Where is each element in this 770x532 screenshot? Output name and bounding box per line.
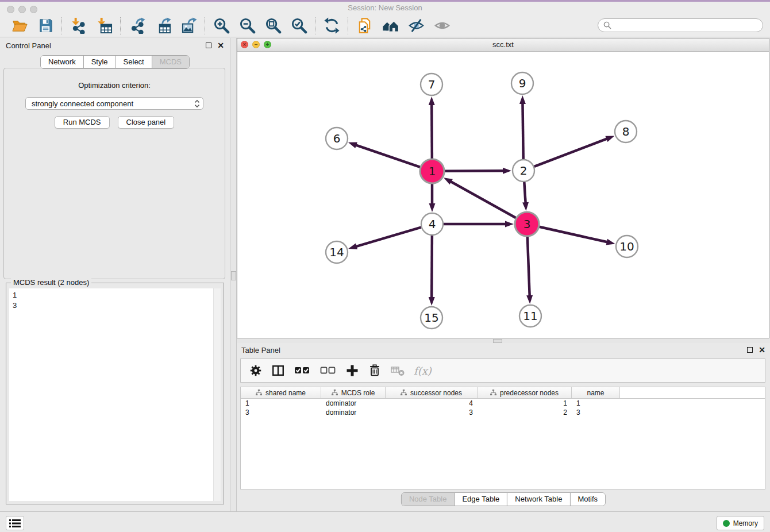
zoom-window-icon[interactable]: [30, 6, 37, 13]
graph-edge-2-3[interactable]: [524, 182, 525, 203]
table-cell[interactable]: 3: [386, 408, 478, 417]
graph-edge-1-7[interactable]: [432, 104, 432, 159]
graph-edge-3-1[interactable]: [450, 182, 515, 218]
settings-icon[interactable]: [249, 363, 263, 378]
graph-node-14[interactable]: 14: [326, 241, 348, 263]
zoom-in-icon[interactable]: [213, 17, 230, 34]
svg-text:6: 6: [333, 132, 341, 145]
float-panel-icon[interactable]: [206, 43, 211, 48]
table-tab-edge-table[interactable]: Edge Table: [454, 493, 507, 506]
toolbar-group: [348, 17, 458, 34]
import-network-icon[interactable]: [70, 17, 87, 34]
mcds-result-scrollbar[interactable]: [213, 288, 221, 501]
close-table-panel-icon[interactable]: ✕: [759, 347, 765, 353]
tab-mcds[interactable]: MCDS: [152, 56, 189, 68]
graph-edge-3-10[interactable]: [539, 227, 607, 242]
deselect-all-icon[interactable]: [319, 363, 337, 378]
zoom-selected-icon[interactable]: [290, 17, 307, 34]
delete-column-icon[interactable]: [368, 363, 382, 378]
svg-text:8: 8: [622, 125, 630, 138]
table-tab-node-table[interactable]: Node Table: [402, 493, 455, 506]
graph-edge-3-11[interactable]: [528, 237, 530, 296]
add-column-icon[interactable]: [345, 363, 359, 378]
tab-style[interactable]: Style: [83, 56, 116, 68]
network-minimize-icon[interactable]: –: [252, 41, 260, 48]
column-header-predecessor-nodes[interactable]: predecessor nodes: [478, 387, 572, 398]
show-panel-icon[interactable]: [433, 17, 451, 34]
vertical-splitter-handle[interactable]: [231, 271, 236, 280]
graph-node-3[interactable]: 3: [515, 212, 539, 236]
network-canvas[interactable]: 7968124314101511: [237, 52, 769, 338]
horizontal-splitter-handle[interactable]: [493, 339, 502, 343]
clone-network-icon[interactable]: [356, 17, 373, 34]
graph-edge-2-8[interactable]: [534, 138, 608, 167]
table-cell[interactable]: 2: [478, 408, 572, 417]
column-header-MCDS-role[interactable]: MCDS role: [321, 387, 386, 398]
graph-edge-1-2[interactable]: [445, 171, 504, 171]
task-history-button[interactable]: [6, 516, 24, 530]
network-close-icon[interactable]: ×: [241, 41, 248, 48]
graph-edge-2-9[interactable]: [522, 103, 523, 159]
tab-network[interactable]: Network: [41, 56, 83, 68]
close-panel-icon[interactable]: ✕: [217, 43, 224, 48]
graph-node-10[interactable]: 10: [616, 236, 638, 257]
graph-node-4[interactable]: 4: [421, 213, 443, 235]
table-cell[interactable]: dominator: [321, 408, 386, 417]
mcds-tab-content: Optimization criterion: strongly connect…: [3, 68, 225, 279]
minimize-window-icon[interactable]: [18, 6, 26, 13]
table-panel-title: Table Panel: [241, 346, 280, 354]
table-cell[interactable]: 1: [478, 399, 572, 407]
table-cell[interactable]: 3: [241, 408, 321, 417]
graph-node-1[interactable]: 1: [420, 159, 444, 183]
graph-edge-4-15[interactable]: [432, 236, 432, 298]
table-tab-network-table[interactable]: Network Table: [507, 493, 569, 506]
float-table-panel-icon[interactable]: [747, 347, 753, 353]
table-row[interactable]: 1dominator411: [241, 399, 765, 408]
hide-panel-icon[interactable]: [407, 17, 425, 34]
table-tab-motifs[interactable]: Motifs: [569, 493, 605, 506]
graph-node-11[interactable]: 11: [519, 305, 541, 327]
zoom-out-icon[interactable]: [238, 17, 256, 34]
table-row[interactable]: 3dominator323: [241, 408, 765, 417]
table-cell[interactable]: 4: [386, 399, 478, 407]
split-view-icon[interactable]: [271, 363, 285, 378]
graph-edge-arrowhead: [606, 239, 615, 245]
horizontal-splitter[interactable]: [237, 338, 770, 343]
criterion-dropdown[interactable]: strongly connected component: [25, 97, 203, 110]
memory-button[interactable]: Memory: [717, 516, 764, 530]
graph-node-9[interactable]: 9: [511, 72, 533, 94]
graph-node-15[interactable]: 15: [421, 307, 442, 329]
save-session-icon[interactable]: [37, 17, 54, 34]
select-all-icon[interactable]: [294, 363, 311, 378]
open-file-icon[interactable]: [11, 17, 28, 34]
export-table-icon[interactable]: [154, 17, 171, 34]
import-table-icon[interactable]: [95, 17, 113, 34]
column-header-shared-name[interactable]: shared name: [241, 387, 321, 398]
search-box[interactable]: [598, 18, 763, 32]
table-cell[interactable]: 1: [241, 399, 321, 407]
graph-node-2[interactable]: 2: [513, 160, 534, 182]
network-zoom-icon[interactable]: +: [264, 41, 271, 48]
table-cell[interactable]: 1: [572, 399, 620, 407]
table-cell[interactable]: dominator: [321, 399, 386, 407]
graph-node-8[interactable]: 8: [615, 121, 637, 142]
home-icon[interactable]: [382, 17, 399, 34]
close-window-icon[interactable]: [7, 6, 14, 13]
table-cell[interactable]: 3: [572, 408, 620, 417]
graph-node-6[interactable]: 6: [326, 128, 348, 149]
export-network-icon[interactable]: [128, 17, 145, 34]
zoom-fit-icon[interactable]: [264, 17, 282, 34]
vertical-splitter[interactable]: [230, 38, 237, 511]
graph-edge-4-14[interactable]: [356, 228, 421, 247]
window-titlebar: Session: New Session: [0, 0, 770, 16]
refresh-icon[interactable]: [323, 17, 340, 34]
export-image-icon[interactable]: [180, 17, 197, 34]
close-panel-button[interactable]: Close panel: [118, 116, 175, 129]
graph-node-7[interactable]: 7: [421, 74, 442, 95]
column-header-successor-nodes[interactable]: successor nodes: [386, 387, 478, 398]
graph-edge-1-6[interactable]: [355, 145, 420, 167]
run-mcds-button[interactable]: Run MCDS: [55, 116, 110, 129]
column-header-name[interactable]: name: [572, 387, 620, 398]
tab-select[interactable]: Select: [116, 56, 152, 68]
search-input[interactable]: [615, 21, 757, 30]
